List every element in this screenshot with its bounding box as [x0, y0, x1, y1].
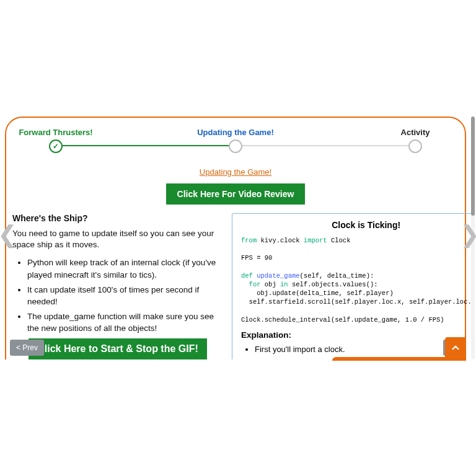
list-item: Python will keep track of an internal cl… — [27, 257, 223, 281]
video-review-button[interactable]: Click Here For Video Review — [166, 183, 306, 205]
step-circle — [229, 139, 242, 153]
right-heading: Clock is Ticking! — [241, 220, 471, 230]
lesson-card: Forward Thrusters! ✓ Updating the Game! … — [5, 117, 466, 359]
explanation-heading: Explanation: — [241, 330, 471, 340]
right-column: Clock is Ticking! from kivy.clock import… — [232, 213, 471, 359]
back-to-top-button[interactable] — [445, 337, 466, 358]
step-circle — [408, 139, 422, 153]
check-icon: ✓ — [49, 139, 63, 153]
code-block: from kivy.clock import Clock FPS = 90 de… — [241, 236, 471, 324]
prev-button[interactable]: < Prev — [10, 340, 44, 356]
step-label: Activity — [366, 128, 465, 137]
step-label: Forward Thrusters! — [6, 128, 105, 137]
prev-slide-arrow[interactable]: ❮ — [0, 222, 15, 247]
list-item: First you'll import a clock. — [255, 343, 471, 356]
step-1[interactable]: Forward Thrusters! ✓ — [6, 128, 105, 153]
left-heading: Where's the Ship? — [12, 213, 223, 223]
list-item: It can update itself 100's of times per … — [27, 284, 223, 308]
step-label: Updating the Game! — [186, 128, 285, 137]
video-button-wrap: Click Here For Video Review — [12, 183, 459, 205]
step-3[interactable]: Activity — [366, 128, 465, 153]
step-sublink-wrap: Updating the Game! — [12, 166, 459, 177]
step-sublink[interactable]: Updating the Game! — [200, 167, 271, 177]
chevron-up-icon — [450, 342, 461, 353]
scrollbar-thumb[interactable] — [471, 117, 475, 216]
left-bullets: Python will keep track of an internal cl… — [12, 257, 223, 334]
left-intro: You need to game to update itself so you… — [12, 228, 223, 250]
progress-stepper: Forward Thrusters! ✓ Updating the Game! … — [56, 128, 415, 162]
left-column: Where's the Ship? You need to game to up… — [12, 213, 223, 359]
next-slide-arrow[interactable]: ❯ — [460, 222, 476, 247]
gif-toggle-button[interactable]: Click Here to Start & Stop the GIF! — [29, 338, 207, 359]
step-2[interactable]: Updating the Game! — [186, 128, 285, 153]
list-item: The update_game function will make sure … — [27, 311, 223, 335]
lesson-viewport: Forward Thrusters! ✓ Updating the Game! … — [0, 117, 471, 359]
